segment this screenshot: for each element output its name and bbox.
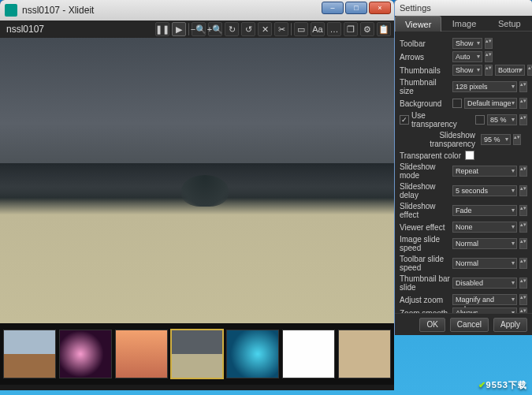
thumbslide-label: Thumbnail bar slide — [400, 274, 450, 292]
image-content — [181, 175, 229, 207]
minimize-button[interactable]: – — [322, 2, 344, 14]
settings-titlebar[interactable]: Settings — [395, 0, 532, 16]
transparency-box[interactable] — [475, 115, 485, 125]
close-image-icon[interactable]: ✕ — [258, 22, 272, 36]
transparency-spin[interactable]: ▴▾ — [519, 114, 527, 125]
thumbnail-item[interactable] — [171, 330, 224, 378]
settings-body: Toolbar Show ▴▾ Arrows Auto ▴▾ Thumbnail… — [395, 32, 532, 313]
cancel-button[interactable]: Cancel — [450, 318, 489, 332]
toolbar-label: Toolbar — [400, 39, 450, 48]
veffect-spin[interactable]: ▴▾ — [519, 222, 527, 233]
thumbnail-item[interactable] — [59, 330, 112, 378]
imgspeed-combo[interactable]: Normal — [452, 238, 517, 249]
background-check[interactable] — [452, 99, 462, 108]
thumbnail-item[interactable] — [3, 330, 56, 378]
thumbnails-pos-spin[interactable]: ▴▾ — [527, 65, 532, 76]
refresh-icon[interactable]: ↻ — [225, 22, 239, 36]
toolbar-spin[interactable]: ▴▾ — [485, 38, 493, 49]
thumbnails-pos-combo[interactable]: Bottom — [495, 65, 525, 76]
zoomsmooth-combo[interactable]: Always — [452, 307, 517, 313]
clipboard-icon[interactable]: 📋 — [377, 22, 391, 36]
window-buttons: – □ × — [322, 2, 391, 14]
thumbnail-item[interactable] — [226, 330, 279, 378]
sldelay-combo[interactable]: 5 seconds — [452, 185, 517, 196]
settings-dialog: Settings Viewer Image Setup Toolbar Show… — [394, 0, 532, 335]
text-icon[interactable]: Aa — [311, 22, 325, 36]
thumbsize-combo[interactable]: 128 pixels — [452, 81, 517, 92]
tbspeed-spin[interactable]: ▴▾ — [519, 258, 527, 269]
tbspeed-label: Toolbar slide speed — [400, 255, 450, 272]
window-title: nssl0107 - Xlideit — [22, 5, 94, 16]
thumbsize-label: Thumbnail size — [400, 78, 450, 95]
window-icon[interactable]: ❐ — [344, 22, 358, 36]
xlideit-main-window: nssl0107 - Xlideit – □ × nssl0107 ❚❚▶−🔍+… — [0, 0, 394, 390]
play-icon[interactable]: ▶ — [172, 22, 186, 36]
rotate-icon[interactable]: ↺ — [241, 22, 255, 36]
aspect-icon[interactable]: ▭ — [294, 22, 308, 36]
sldelay-spin[interactable]: ▴▾ — [519, 185, 527, 196]
sleffect-label: Slideshow effect — [400, 202, 450, 219]
thumbnails-label: Thumbnails — [400, 66, 450, 75]
arrows-spin[interactable]: ▴▾ — [485, 51, 493, 62]
settings-footer: OK Cancel Apply — [395, 313, 532, 335]
zoomsmooth-spin[interactable]: ▴▾ — [519, 307, 527, 313]
background-label: Background — [400, 99, 450, 108]
ellipsis-icon[interactable]: … — [327, 22, 341, 36]
tbspeed-combo[interactable]: Normal — [452, 258, 517, 269]
thumbnail-item[interactable] — [115, 330, 168, 378]
slmode-combo[interactable]: Repeat — [452, 166, 517, 177]
transp-color-swatch[interactable] — [465, 151, 474, 160]
imgspeed-label: Image slide speed — [400, 235, 450, 252]
image-viewport[interactable] — [0, 38, 394, 323]
transparency-label: Use transparency — [411, 111, 473, 129]
thumbsize-spin[interactable]: ▴▾ — [519, 81, 527, 92]
arrows-label: Arrows — [400, 53, 450, 61]
thumbnail-item[interactable] — [282, 330, 335, 378]
tab-viewer[interactable]: Viewer — [395, 16, 441, 32]
slide-transp-value[interactable]: 95 % — [481, 134, 511, 145]
sleffect-combo[interactable]: Fade — [452, 205, 517, 216]
settings-title: Settings — [400, 3, 431, 13]
background-combo[interactable]: Default image — [464, 98, 517, 109]
app-icon — [5, 4, 17, 17]
pause-icon[interactable]: ❚❚ — [155, 22, 169, 36]
transparency-value[interactable]: 85 % — [487, 114, 517, 125]
adjzoom-spin[interactable]: ▴▾ — [519, 294, 527, 305]
ok-button[interactable]: OK — [419, 318, 445, 332]
toolbar-divider — [188, 23, 189, 35]
slide-transp-label: Slideshow transparency — [400, 131, 478, 148]
veffect-label: Viewer effect — [400, 223, 450, 232]
main-titlebar[interactable]: nssl0107 - Xlideit – □ × — [0, 0, 394, 20]
toolbar-combo[interactable]: Show — [452, 38, 482, 49]
tab-setup[interactable]: Setup — [487, 16, 532, 32]
thumbnails-spin[interactable]: ▴▾ — [485, 65, 493, 76]
tab-image[interactable]: Image — [441, 16, 486, 32]
toolbar-divider — [291, 23, 292, 35]
veffect-combo[interactable]: None — [452, 222, 517, 233]
apply-button[interactable]: Apply — [493, 318, 527, 332]
maximize-button[interactable]: □ — [345, 2, 367, 14]
sleffect-spin[interactable]: ▴▾ — [519, 205, 527, 216]
transparency-check[interactable] — [400, 115, 409, 125]
gear-icon[interactable]: ⚙ — [360, 22, 374, 36]
watermark: ✔9553下载 — [478, 375, 527, 392]
thumbnail-strip[interactable] — [0, 323, 394, 385]
slmode-label: Slideshow mode — [400, 162, 450, 180]
slide-transp-spin[interactable]: ▴▾ — [513, 134, 521, 145]
adjzoom-combo[interactable]: Magnify and reduce — [452, 294, 517, 305]
background-spin[interactable]: ▴▾ — [519, 98, 527, 109]
arrows-combo[interactable]: Auto — [452, 51, 482, 62]
thumbslide-spin[interactable]: ▴▾ — [519, 278, 527, 289]
slmode-spin[interactable]: ▴▾ — [519, 166, 527, 177]
zoom-out-icon[interactable]: −🔍 — [192, 22, 206, 36]
close-button[interactable]: × — [369, 2, 391, 14]
imgspeed-spin[interactable]: ▴▾ — [519, 238, 527, 249]
crop-icon[interactable]: ✂ — [274, 22, 288, 36]
settings-tabs: Viewer Image Setup — [395, 16, 532, 32]
filename-label: nssl0107 — [6, 24, 44, 35]
thumbnail-item[interactable] — [338, 330, 391, 378]
thumbslide-combo[interactable]: Disabled — [452, 278, 517, 289]
thumbnails-combo[interactable]: Show — [452, 65, 482, 76]
main-toolbar: nssl0107 ❚❚▶−🔍+🔍↻↺✕✂▭Aa…❐⚙📋 — [0, 20, 394, 38]
zoom-in-icon[interactable]: +🔍 — [208, 22, 222, 36]
